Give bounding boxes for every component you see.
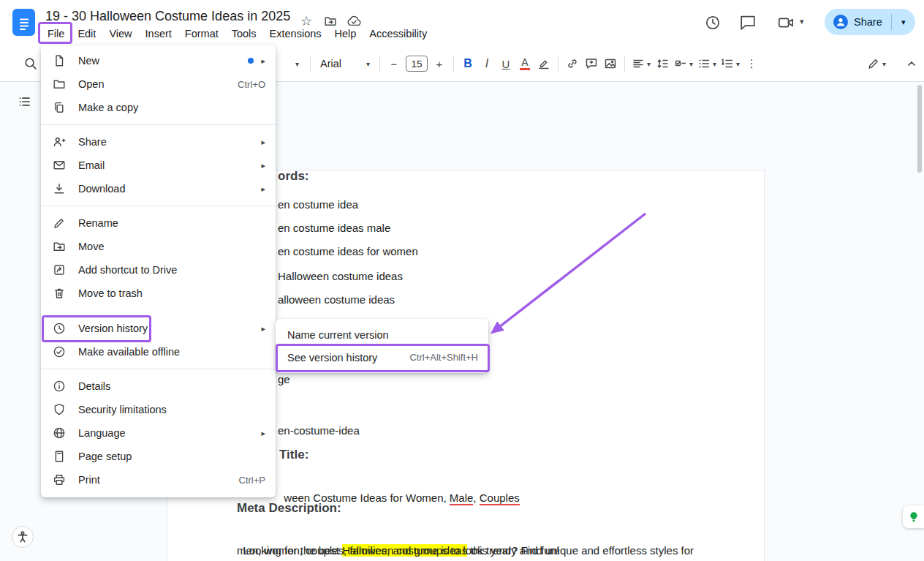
menu-insert[interactable]: Insert (139, 26, 178, 42)
menu-item-label: Move (78, 241, 265, 252)
bold-button[interactable]: B (458, 53, 477, 75)
menu-item-version-history[interactable]: Version history ▸ (41, 317, 276, 340)
editing-mode-button[interactable]: ▾ (867, 53, 886, 75)
menu-item-label: Version history (78, 323, 254, 334)
menu-item-language[interactable]: Language ▸ (41, 421, 276, 445)
menu-item-add-shortcut-to-drive[interactable]: Add shortcut to Drive (41, 258, 276, 282)
menu-item-make-a-copy[interactable]: Make a copy (41, 96, 276, 119)
share-access-icon (833, 15, 848, 29)
align-button[interactable]: ▾ (629, 53, 653, 75)
vertical-scrollbar[interactable] (917, 85, 922, 173)
zoom-select-caret[interactable]: ▾ (287, 53, 306, 75)
menu-item-print[interactable]: Print Ctrl+P (41, 468, 276, 492)
pen-icon (867, 57, 880, 70)
submenu-arrow-icon: ▸ (261, 161, 265, 170)
bulleted-list-button[interactable]: ▾ (695, 53, 719, 75)
info-icon (53, 380, 66, 393)
menu-accessibility[interactable]: Accessibility (363, 26, 433, 42)
menu-item-label: Page setup (78, 451, 265, 462)
text-color-button[interactable]: A (515, 53, 534, 75)
menu-separator (41, 124, 276, 125)
bulleted-list-icon (697, 57, 711, 70)
menu-item-move[interactable]: Move (41, 235, 276, 258)
doc-text-line[interactable]: en costume ideas male (278, 221, 390, 236)
menu-item-open[interactable]: Open Ctrl+O (41, 72, 276, 96)
doc-title-heading-fragment[interactable]: Title: (279, 448, 308, 462)
menu-item-download[interactable]: Download ▸ (41, 177, 276, 200)
share-caret-icon[interactable]: ▾ (892, 18, 915, 27)
menu-item-rename[interactable]: Rename (41, 211, 276, 235)
font-family-select[interactable]: Arial ▾ (315, 53, 375, 75)
folder-icon (53, 78, 66, 91)
underline-button[interactable]: U (496, 53, 515, 75)
menu-item-label: New (78, 55, 241, 67)
menu-separator (41, 206, 276, 206)
menu-item-new[interactable]: New ▸ (41, 49, 276, 72)
document-title[interactable]: 19 - 30 Halloween Costume Ideas in 2025 (45, 9, 290, 24)
menu-item-see-version-history[interactable]: See version history Ctrl+Alt+Shift+H (276, 346, 488, 369)
minus-icon: − (391, 58, 398, 70)
menu-file[interactable]: File (41, 26, 71, 42)
menu-item-share[interactable]: Share ▸ (41, 130, 276, 154)
toolbar-divider (379, 56, 380, 72)
drive-shortcut-icon (53, 263, 66, 276)
insert-link-button[interactable] (563, 53, 582, 75)
highlight-color-button[interactable] (534, 53, 553, 75)
menu-item-label: Open (78, 78, 229, 90)
insert-image-button[interactable] (601, 53, 620, 75)
menu-tools[interactable]: Tools (225, 26, 263, 42)
increase-font-size-button[interactable]: + (430, 53, 449, 75)
menu-item-email[interactable]: Email ▸ (41, 154, 276, 177)
menu-item-page-setup[interactable]: Page setup (41, 445, 276, 468)
menu-item-move-to-trash[interactable]: Move to trash (41, 282, 276, 305)
checklist-button[interactable]: ▾ (672, 53, 695, 75)
menu-item-label: Security limitations (78, 404, 265, 415)
doc-text-line[interactable]: ge (278, 372, 290, 387)
suggestion-card[interactable] (903, 505, 924, 528)
menu-item-label: Move to trash (78, 287, 265, 299)
doc-keywords-heading-fragment[interactable]: ords: (278, 169, 309, 184)
video-call-icon[interactable] (775, 12, 797, 34)
menu-item-details[interactable]: Details (41, 374, 276, 398)
document-outline-button[interactable] (13, 90, 37, 113)
more-options-button[interactable]: ⋮ (742, 53, 761, 75)
menu-item-shortcut: Ctrl+P (239, 475, 265, 486)
menu-extensions[interactable]: Extensions (263, 26, 328, 42)
menu-help[interactable]: Help (328, 26, 363, 42)
comments-icon[interactable] (737, 12, 759, 34)
share-button[interactable]: Share ▾ (825, 9, 915, 35)
hide-menus-button[interactable] (905, 53, 918, 75)
menu-item-label: Make a copy (78, 102, 265, 113)
menu-item-security-limitations[interactable]: Security limitations (41, 398, 276, 421)
decrease-font-size-button[interactable]: − (385, 53, 404, 75)
line-spacing-button[interactable] (653, 53, 672, 75)
font-size-input[interactable]: 15 (406, 56, 428, 72)
doc-text-line[interactable]: Halloween costume ideas (278, 269, 403, 284)
file-menu-dropdown: New ▸ Open Ctrl+O Make a copy Share ▸ Em… (41, 45, 276, 497)
doc-text-line[interactable]: en costume idea (278, 197, 358, 212)
menu-format[interactable]: Format (178, 26, 225, 42)
copy-icon (53, 101, 66, 114)
menu-view[interactable]: View (102, 26, 138, 42)
misspelled-word: Male (450, 492, 474, 505)
numbered-list-button[interactable]: ▾ (719, 53, 742, 75)
doc-text-line[interactable]: en costume ideas for women (278, 244, 418, 259)
toolbar-divider (453, 56, 454, 72)
doc-text-line[interactable]: alloween costume ideas (278, 293, 395, 307)
menu-item-make-available-offline[interactable]: Make available offline (41, 340, 276, 364)
italic-button[interactable]: I (477, 53, 496, 75)
menu-item-shortcut: Ctrl+Alt+Shift+H (409, 352, 478, 363)
menu-edit[interactable]: Edit (71, 26, 102, 42)
video-call-caret-icon[interactable]: ▾ (800, 17, 804, 26)
doc-text-line[interactable]: en-costume-idea (278, 423, 360, 438)
font-family-value: Arial (320, 58, 341, 69)
doc-meta-line-2[interactable]: men, women, couples, families, and group… (237, 543, 559, 558)
caret-down-icon: ▾ (882, 60, 886, 68)
version-history-icon[interactable] (702, 12, 724, 34)
menu-item-name-current-version[interactable]: Name current version (276, 323, 488, 346)
menu-item-label: Language (78, 427, 254, 439)
google-docs-logo-icon[interactable] (12, 9, 35, 36)
doc-meta-description-heading[interactable]: Meta Description: (237, 501, 341, 516)
accessibility-button[interactable] (12, 526, 34, 548)
add-comment-button[interactable] (582, 53, 601, 75)
